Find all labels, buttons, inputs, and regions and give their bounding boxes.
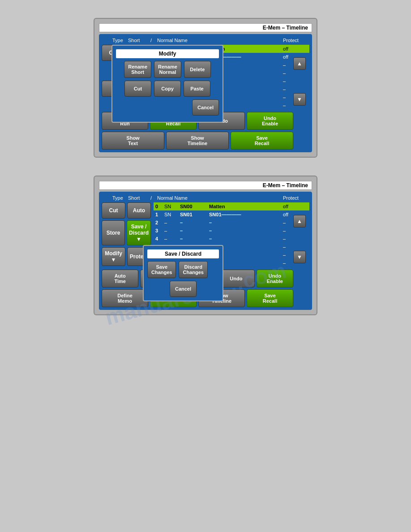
undo-enable-button-1[interactable]: UndoEnable [247,112,293,130]
scroll-down-1[interactable]: ▼ [293,93,306,106]
col-i-header-2: / [150,195,157,201]
modify-popup: Modify RenameShort RenameNormal Delete C… [111,45,223,123]
copy-button[interactable]: Copy [154,81,181,97]
auto-button-2[interactable]: Auto [127,202,151,219]
save-recall-button-1[interactable]: SaveRecall [231,132,293,150]
modify-cancel-button[interactable]: Cancel [192,99,219,116]
btn-row-store-2: Store Save /Discard ▼ [102,220,151,245]
table-row-4-2[interactable]: 4 – – – – [154,235,309,243]
panel-1-title: E-Mem – Timeline [99,23,312,32]
modify-cut-button[interactable]: Cut [124,81,151,97]
scroll-down-2[interactable]: ▼ [293,251,306,263]
scroll-up-2[interactable]: ▲ [293,215,306,227]
table-row-1-2[interactable]: 1 SN SN01 SN01———— off [154,210,309,219]
col-num-header-2 [103,195,112,201]
save-changes-button[interactable]: SaveChanges [147,261,176,278]
table-header-2: Type Short / Normal Name Protect [102,194,309,202]
save-discard-cancel-button[interactable]: Cancel [170,281,197,297]
cut-button-2[interactable]: Cut [102,202,125,219]
panel-2-title: E-Mem – Timeline [99,181,312,190]
col-short-header-2: Short [128,195,150,201]
modify-title: Modify [116,49,219,58]
col-normal-header-2: Normal Name [157,195,283,201]
save-discard-button[interactable]: Save /Discard ▼ [127,220,151,245]
scroll-up-1[interactable]: ▲ [293,57,306,70]
panel-2: E-Mem – Timeline Type Short / Normal Nam… [94,176,317,315]
modify-row-1: RenameShort RenameNormal Delete [116,61,219,78]
save-discard-row-2: Cancel [147,281,219,297]
table-row-3-2[interactable]: 3 – – – – [154,227,309,235]
col-normal-header: Normal Name [157,38,283,43]
col-i-header: / [150,38,157,43]
show-timeline-button-1[interactable]: ShowTimeline [166,132,229,150]
save-discard-popup: Save / Discard SaveChanges DiscardChange… [143,245,223,301]
define-memo-button[interactable]: DefineMemo [102,289,148,307]
bottom-bar-1b: ShowText ShowTimeline SaveRecall [102,132,309,150]
table-row-2-2[interactable]: 2 – – – – [154,219,309,227]
col-num-header [103,38,112,43]
col-short-header: Short [128,38,150,43]
scroll-arrows-2: ▲ ▼ [293,215,306,263]
save-discard-row-1: SaveChanges DiscardChanges [147,261,219,278]
delete-button[interactable]: Delete [184,61,211,78]
rename-short-button[interactable]: RenameShort [124,61,151,78]
scroll-arrows-1: ▲ ▼ [293,57,306,106]
btn-row-cut-auto-2: Cut Auto [102,202,151,219]
modify-row-2: Cut Copy Paste [116,81,219,97]
col-type-header-2: Type [112,195,128,201]
col-type-header: Type [112,38,128,43]
undo-enable-button-2[interactable]: UndoEnable [257,270,293,287]
discard-changes-button[interactable]: DiscardChanges [179,261,207,278]
table-header-1: Type Short / Normal Name Protect [102,37,309,44]
panel-1: E-Mem – Timeline Type Short / Normal Nam… [94,18,317,158]
paste-button[interactable]: Paste [184,81,210,97]
rename-normal-button[interactable]: RenameNormal [154,61,181,78]
store-button-2[interactable]: Store [102,220,125,245]
modify-row-3: Cancel [116,99,219,116]
col-protect-header-2: Protect [283,195,308,201]
modify-button-2[interactable]: Modify ▼ [102,247,125,266]
col-protect-header: Protect [283,38,308,43]
table-row-0-2[interactable]: 0 SN SN00 Matten off [154,202,309,210]
auto-time-button[interactable]: AutoTime [102,270,138,287]
save-recall-button-2[interactable]: SaveRecall [247,289,293,307]
show-text-button[interactable]: ShowText [102,132,164,150]
save-discard-title: Save / Discard [147,249,219,258]
